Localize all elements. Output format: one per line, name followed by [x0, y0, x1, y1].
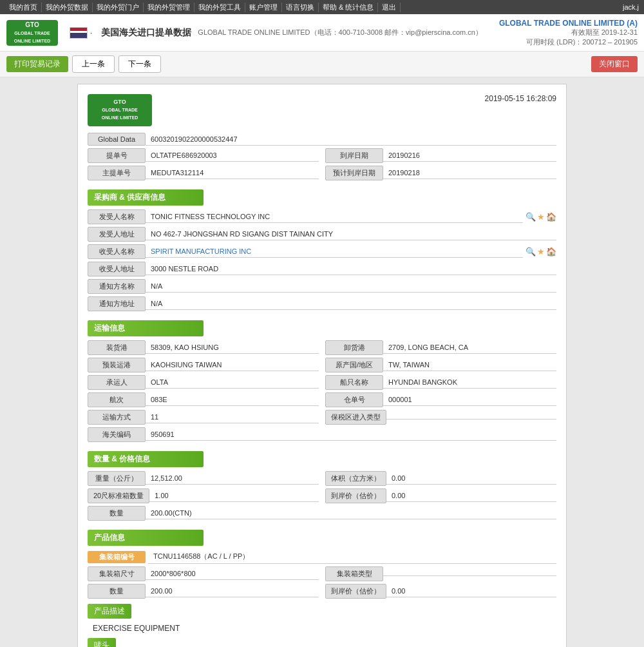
- est-arrival-col: 预计到岸日期 20190218: [325, 166, 556, 180]
- warehouse-col: 仓单号 000001: [325, 392, 556, 407]
- origin-col: 原产国/地区 TW, TAIWAN: [325, 358, 556, 372]
- notify-addr-row: 通知方地址 N/A: [88, 296, 556, 311]
- flag-selector[interactable]: ·: [70, 27, 92, 39]
- doc-header: GTOGLOBAL TRADEONLINE LIMITED 2019-05-15…: [88, 94, 556, 126]
- consignee-addr-label: 收受人地址: [88, 262, 146, 276]
- shipper-addr-value: NO 462-7 JHONGSHAN RD SIGANG DIST TAINAN…: [146, 228, 556, 240]
- arrival-date-col: 到岸日期 20190216: [325, 148, 556, 163]
- carrier-col: 承运人 OLTA: [88, 375, 319, 390]
- quantity-label: 数量: [88, 506, 146, 521]
- notify-addr-value: N/A: [146, 298, 556, 310]
- nav-account[interactable]: 账户管理: [245, 3, 282, 12]
- weight-label: 重量（公斤）: [88, 471, 146, 486]
- nav-tools[interactable]: 我的外贸工具: [194, 3, 245, 12]
- nav-home[interactable]: 我的首页: [5, 3, 42, 12]
- transport-mode-label: 运输方式: [88, 410, 146, 425]
- company-name: GLOBAL TRADE ONLINE LIMITED (A): [499, 19, 638, 28]
- consignee-name-label: 收受人名称: [88, 244, 146, 259]
- nav-portal[interactable]: 我的外贸门户: [93, 3, 144, 12]
- carrier-value: OLTA: [146, 376, 319, 389]
- flag-separator: ·: [90, 28, 92, 37]
- transport-section-title: 运输信息: [88, 320, 204, 336]
- notify-addr-label: 通知方地址: [88, 296, 146, 311]
- product-qty-value: 200.00: [146, 585, 319, 597]
- transport-mode-col: 运输方式 11: [88, 410, 319, 425]
- unloading-port-col: 卸货港 2709, LONG BEACH, CA: [325, 340, 556, 355]
- consignee-home-icon[interactable]: 🏠: [546, 247, 556, 256]
- product-desc-value: EXERCISE EQUIPMENT: [88, 621, 556, 635]
- transport-mode-ftz-row: 运输方式 11 保税区进入类型: [88, 410, 556, 425]
- est-arrival-label: 预计到岸日期: [325, 166, 383, 180]
- origin-value: TW, TAIWAN: [383, 359, 556, 371]
- customs-code-row: 海关编码 950691: [88, 427, 556, 442]
- consignee-star-icon[interactable]: ★: [537, 247, 545, 256]
- shipper-search-icon[interactable]: 🔍: [526, 212, 536, 222]
- warehouse-value: 000001: [383, 394, 556, 406]
- global-data-value: 6003201902200000532447: [146, 133, 556, 146]
- nav-management[interactable]: 我的外贸管理: [144, 3, 194, 12]
- nav-help[interactable]: 帮助 & 统计信息: [319, 3, 378, 12]
- voyage-col: 航次 083E: [88, 392, 319, 407]
- warehouse-label: 仓单号: [325, 392, 383, 407]
- shipper-name-label: 发受人名称: [88, 209, 146, 224]
- consignee-search-icon[interactable]: 🔍: [526, 247, 536, 256]
- product-section-title: 产品信息: [88, 530, 204, 546]
- vessel-col: 船只名称 HYUNDAI BANGKOK: [325, 375, 556, 390]
- nav-trade-data[interactable]: 我的外贸数据: [42, 3, 93, 12]
- product-desc-header: 产品描述: [88, 604, 131, 619]
- next-button[interactable]: 下一条: [118, 55, 161, 73]
- quantity-section-header: 数量 & 价格信息: [88, 445, 556, 471]
- consignee-name-link[interactable]: SPIRIT MANUFACTURING INC: [151, 247, 251, 255]
- customs-code-label: 海关编码: [88, 427, 146, 442]
- supplier-section-title: 采购商 & 供应商信息: [88, 189, 204, 206]
- master-bill-col: 主提单号 MEDUTA312114: [88, 166, 319, 180]
- customs-code-value: 950691: [146, 429, 556, 441]
- shipper-name-value: TONIC FITNESS TECHNOLOGY INC: [146, 211, 523, 223]
- header-bar: GTOGLOBAL TRADEONLINE LIMITED · 美国海关进口提单…: [0, 14, 644, 52]
- arrival-date-value: 20190216: [383, 150, 556, 162]
- close-button[interactable]: 关闭窗口: [591, 56, 638, 72]
- unloading-port-label: 卸货港: [325, 340, 383, 355]
- page-title: 美国海关进口提单数据: [101, 27, 191, 39]
- container-price-row: 20尺标准箱数量 1.00 到岸价（估价） 0.00: [88, 488, 556, 503]
- container-20-label: 20尺标准箱数量: [88, 488, 149, 503]
- doc-datetime: 2019-05-15 16:28:09: [485, 94, 556, 103]
- time-range-info: 可用时段 (LDR)：200712 – 201905: [499, 37, 638, 47]
- bill-arrival-row: 提单号 OLTATPE686920003 到岸日期 20190216: [88, 148, 556, 163]
- marks-header-row: 唛头: [88, 635, 556, 647]
- vessel-value: HYUNDAI BANGKOK: [383, 376, 556, 389]
- container-type-col: 集装箱类型: [325, 566, 556, 581]
- nav-language[interactable]: 语言切换: [282, 3, 319, 12]
- shipper-star-icon[interactable]: ★: [537, 212, 545, 222]
- volume-label: 体积（立方米）: [325, 471, 386, 486]
- ports-row: 装货港 58309, KAO HSIUNG 卸货港 2709, LONG BEA…: [88, 340, 556, 355]
- global-data-row: Global Data 6003201902200000532447: [88, 133, 556, 146]
- product-qty-price-row: 数量 200.00 到岸价（估价） 0.00: [88, 584, 556, 599]
- shipper-addr-row: 发受人地址 NO 462-7 JHONGSHAN RD SIGANG DIST …: [88, 227, 556, 242]
- arrival-price-value: 0.00: [386, 490, 556, 502]
- shipper-home-icon[interactable]: 🏠: [546, 212, 556, 222]
- transport-section-header: 运输信息: [88, 314, 556, 340]
- product-price-col: 到岸价（估价） 0.00: [325, 584, 556, 599]
- product-price-value: 0.00: [386, 585, 556, 597]
- supplier-section-header: 采购商 & 供应商信息: [88, 183, 556, 209]
- voyage-value: 083E: [146, 394, 319, 406]
- document-container: GTOGLOBAL TRADEONLINE LIMITED 2019-05-15…: [77, 84, 567, 647]
- transport-mode-value: 11: [146, 411, 319, 423]
- consignee-name-row: 收受人名称 SPIRIT MANUFACTURING INC 🔍 ★ 🏠: [88, 244, 556, 259]
- container-20-value: 1.00: [149, 490, 319, 502]
- container-size-type-row: 集装箱尺寸 2000*806*800 集装箱类型: [88, 566, 556, 581]
- product-qty-label: 数量: [88, 584, 146, 599]
- prev-button[interactable]: 上一条: [72, 55, 115, 73]
- main-content: GTOGLOBAL TRADEONLINE LIMITED 2019-05-15…: [0, 77, 644, 647]
- print-button[interactable]: 打印贸易记录: [6, 56, 68, 72]
- loading-port-col: 装货港 58309, KAO HSIUNG: [88, 340, 319, 355]
- product-price-label: 到岸价（估价）: [325, 584, 386, 599]
- user-display: jack.j: [623, 3, 639, 11]
- container-size-label: 集装箱尺寸: [88, 566, 146, 581]
- loading-port-value: 58309, KAO HSIUNG: [146, 342, 319, 354]
- weight-col: 重量（公斤） 12,512.00: [88, 471, 319, 486]
- nav-logout[interactable]: 退出: [378, 3, 401, 12]
- container-size-value: 2000*806*800: [146, 568, 319, 580]
- validity-info: 有效期至 2019-12-31: [499, 28, 638, 37]
